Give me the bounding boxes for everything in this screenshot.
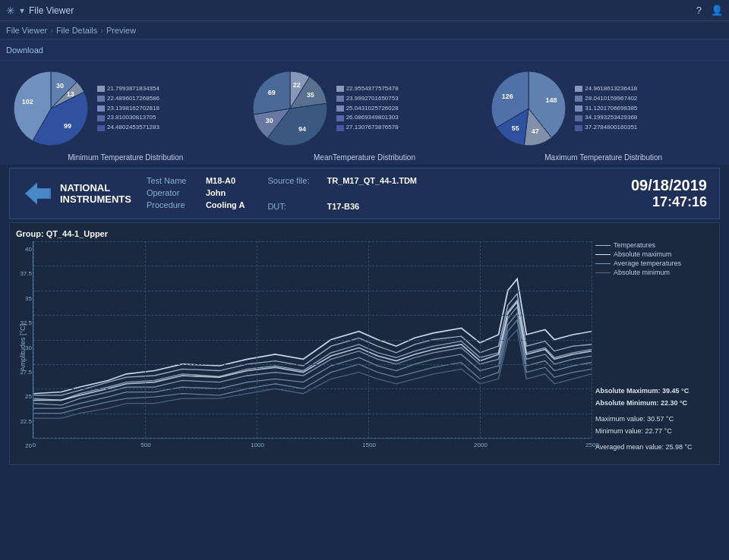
- legend-item: 21.7993871834354: [97, 84, 159, 94]
- ni-instruments: INSTRUMENTS: [60, 193, 131, 205]
- title-bar-left: ✳ ▾ File Viewer: [6, 5, 74, 17]
- mean-temp-chart-container: 22.9554377575478 23.9992701650753 25.043…: [248, 67, 481, 150]
- info-fields: Test Name M18-A0 Operator John Procedure…: [147, 176, 616, 211]
- max-temp-title: Maximum Temperature Distribution: [487, 153, 720, 162]
- max-val-stat: Maximum value: 30.57 °C: [595, 414, 713, 424]
- source-file-value: TR_M17_QT_44-1.TDM: [327, 176, 417, 185]
- info-col-left: Test Name M18-A0 Operator John Procedure…: [147, 176, 245, 211]
- ni-logo: NATIONAL INSTRUMENTS: [22, 178, 131, 209]
- operator-value: John: [206, 188, 226, 197]
- mean-temp-pie: [248, 67, 332, 150]
- legend-item: 22.4896017268586: [97, 94, 159, 104]
- legend-item: 25.0431025726028: [336, 104, 399, 114]
- mean-temp-pie-area: [248, 67, 332, 150]
- chart-legend: Temperatures Absolute maximum Average te…: [595, 241, 713, 278]
- breadcrumb-filedetails[interactable]: File Details: [56, 26, 97, 35]
- title-bar: ✳ ▾ File Viewer ? 👤: [0, 0, 729, 21]
- legend-abs-max: Absolute maximum: [595, 250, 713, 258]
- min-val-stat: Minimum value: 22.77 °C: [595, 426, 713, 436]
- stats-box: Absolute Maximum: 39.45 °C Absolute Mini…: [595, 385, 713, 454]
- ni-national: NATIONAL: [60, 182, 131, 193]
- legend-item: 31.1201706698385: [575, 104, 637, 114]
- info-time: 17:47:16: [631, 194, 707, 210]
- test-name-row: Test Name M18-A0: [147, 176, 245, 185]
- toolbar: Download: [0, 39, 729, 61]
- legend-abs-min: Absolute minimum: [595, 269, 713, 276]
- breadcrumb-sep2: ›: [100, 26, 103, 35]
- help-icon[interactable]: ?: [696, 5, 702, 16]
- lower-chart-section: Group: QT_44-1_Upper Amplitudes [°C] 40 …: [9, 222, 720, 465]
- max-temp-pie-area: [487, 67, 570, 150]
- breadcrumb-sep1: ›: [50, 26, 53, 35]
- mean-temp-legend: 22.9554377575478 23.9992701650753 25.043…: [336, 84, 399, 133]
- app-icon: ✳: [6, 5, 15, 17]
- legend-item: 23.1398162702818: [97, 104, 159, 114]
- source-file-label: Source file:: [267, 176, 320, 185]
- test-name-label: Test Name: [147, 176, 200, 185]
- ni-text: NATIONAL INSTRUMENTS: [60, 182, 131, 205]
- legend-item: 24.9618613236418: [575, 84, 637, 94]
- legend-item: 22.9554377575478: [336, 84, 399, 94]
- info-panel: NATIONAL INSTRUMENTS Test Name M18-A0 Op…: [9, 168, 720, 219]
- operator-label: Operator: [147, 188, 200, 197]
- min-temp-chart-container: 21.7993871834354 22.4896017268586 23.139…: [9, 67, 242, 150]
- max-temp-pie: [487, 67, 570, 150]
- procedure-label: Procedure: [147, 200, 200, 209]
- legend-item: 23.9992701650753: [336, 94, 399, 104]
- breadcrumb-fileviewer[interactable]: File Viewer: [6, 26, 47, 35]
- dot: ▾: [20, 5, 24, 16]
- max-temp-chart-wrapper: 24.9618613236418 28.0410159967402 31.120…: [487, 67, 720, 162]
- charts-section: 21.7993871834354 22.4896017268586 23.139…: [0, 61, 729, 165]
- min-temp-legend: 21.7993871834354 22.4896017268586 23.139…: [97, 84, 159, 133]
- group-title: Group: QT_44-1_Upper: [16, 229, 713, 238]
- abs-max-stat: Absolute Maximum: 39.45 °C: [595, 385, 713, 396]
- procedure-row: Procedure Cooling A: [147, 200, 245, 209]
- min-temp-chart-wrapper: 21.7993871834354 22.4896017268586 23.139…: [9, 67, 242, 162]
- user-icon[interactable]: 👤: [711, 5, 723, 16]
- min-temp-pie-area: [9, 67, 93, 150]
- max-temp-chart-container: 24.9618613236418 28.0410159967402 31.120…: [487, 67, 720, 150]
- legend-item: 26.0869349801303: [336, 113, 399, 123]
- download-button[interactable]: Download: [6, 46, 43, 55]
- line-chart-area: Amplitudes [°C] 40 37.5 35 32.5 30 27.5 …: [16, 241, 713, 454]
- avg-mean-stat: Averaged mean value: 25.98 °C: [595, 442, 713, 452]
- info-col-right: Source file: TR_M17_QT_44-1.TDM DUT: T17…: [267, 176, 417, 211]
- operator-row: Operator John: [147, 188, 245, 197]
- ni-logo-icon: [22, 178, 54, 209]
- breadcrumb: File Viewer › File Details › Preview: [0, 21, 729, 39]
- legend-temperatures: Temperatures: [595, 241, 713, 249]
- min-temp-pie: [9, 67, 93, 150]
- info-date: 09/18/2019: [631, 177, 707, 194]
- legend-item: 27.1307673876578: [336, 123, 399, 133]
- dut-row: DUT: T17-B36: [267, 202, 417, 211]
- legend-item: 28.0410159967402: [575, 94, 637, 104]
- max-temp-legend: 24.9618613236418 28.0410159967402 31.120…: [575, 84, 637, 133]
- procedure-value: Cooling A: [206, 200, 245, 209]
- info-datetime: 09/18/2019 17:47:16: [631, 177, 707, 210]
- legend-item: 23.810030813705: [97, 113, 159, 123]
- svg-marker-1: [25, 184, 49, 203]
- app-title: File Viewer: [29, 5, 74, 16]
- legend-item: 37.2784800160351: [575, 123, 637, 133]
- legend-item: 24.4802453571283: [97, 123, 159, 133]
- mean-temp-title: MeanTemperature Distribution: [248, 153, 481, 162]
- source-file-row: Source file: TR_M17_QT_44-1.TDM: [267, 176, 417, 185]
- min-temp-title: Minimum Temperature Distribution: [9, 153, 242, 162]
- dut-value: T17-B36: [327, 202, 359, 211]
- title-bar-right: ? 👤: [696, 5, 723, 16]
- abs-min-stat: Absolute Minimum: 22.30 °C: [595, 398, 713, 408]
- chart-plot-area: 40 37.5 35 32.5 30 27.5 25 22.5 20 0 500…: [33, 241, 592, 439]
- dut-label: DUT:: [267, 202, 320, 211]
- mean-temp-chart-wrapper: 22.9554377575478 23.9992701650753 25.043…: [248, 67, 481, 162]
- breadcrumb-preview[interactable]: Preview: [106, 26, 136, 35]
- legend-avg-temp: Average temperatures: [595, 260, 713, 267]
- test-name-value: M18-A0: [206, 176, 235, 185]
- legend-item: 34.1993253429368: [575, 113, 637, 123]
